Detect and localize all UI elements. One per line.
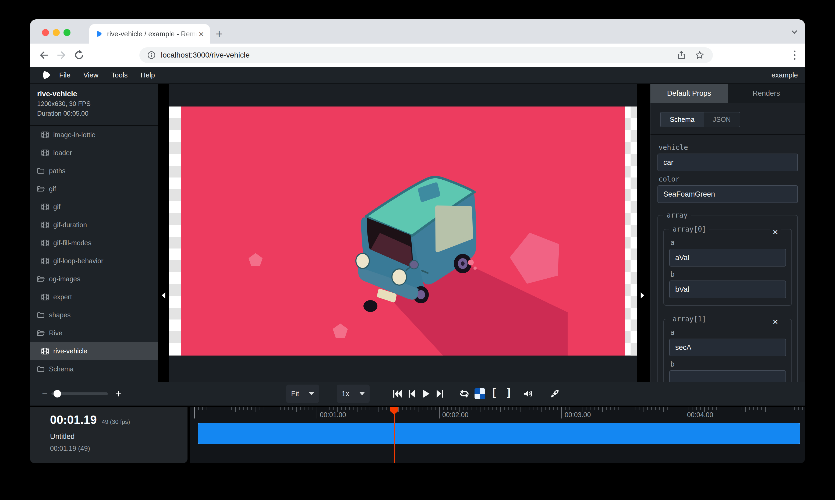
array-field-input[interactable] [669,249,786,267]
zoom-in-icon[interactable]: + [116,388,122,400]
ruler-tick [382,407,383,410]
ruler-tick [594,407,594,410]
sidebar-item-gif-loop-behavior[interactable]: gif-loop-behavior [30,252,158,270]
ruler-tick [627,407,627,410]
size-dropdown-value: Fit [291,390,309,398]
array-field-input[interactable] [669,339,786,356]
maximize-window-button[interactable] [63,29,70,36]
ruler-tick [406,407,407,410]
menu-item-tools[interactable]: Tools [111,71,128,79]
vehicle-input[interactable] [657,153,798,171]
chevron-down-icon [360,392,365,395]
site-info-icon[interactable] [147,50,156,60]
zoom-slider-knob[interactable] [54,390,61,398]
ruler-tick [598,407,599,410]
browser-tab[interactable]: rive-vehicle / example - Remot × [89,24,210,44]
tab-renders[interactable]: Renders [728,84,805,103]
sidebar-item-gif[interactable]: gif [30,198,158,216]
url-text[interactable]: localhost:3000/rive-vehicle [161,51,676,59]
menu-item-file[interactable]: File [59,71,70,79]
sidebar-item-gif-duration[interactable]: gif-duration [30,216,158,234]
ruler-tick [586,407,587,410]
collapse-props-panel-icon[interactable] [640,292,645,299]
playhead-line[interactable] [394,407,395,463]
array-field-input[interactable] [669,280,786,298]
size-dropdown[interactable]: Fit [286,384,319,403]
ruler-tick [292,407,293,410]
ruler-tick [651,407,652,410]
playhead-handle[interactable] [390,407,399,415]
forward-icon[interactable] [56,49,67,61]
ruler-tick [566,407,566,410]
back-icon[interactable] [38,49,50,61]
new-tab-button[interactable]: + [216,26,223,41]
sidebar-item-rive-vehicle[interactable]: rive-vehicle [30,342,158,360]
next-frame-button[interactable] [434,388,446,400]
loop-toggle-icon[interactable] [459,388,470,400]
url-bar[interactable]: localhost:3000/rive-vehicle [139,47,713,63]
remotion-logo-icon[interactable] [41,70,52,80]
close-window-button[interactable] [42,29,49,36]
play-button[interactable] [420,388,431,400]
ruler-tick [496,407,496,410]
volume-icon[interactable] [522,388,534,400]
sidebar-item-og-images[interactable]: og-images [30,270,158,288]
ruler-tick [692,407,692,410]
ruler-tick [468,407,468,410]
jump-to-start-button[interactable] [391,388,403,400]
sidebar-item-expert[interactable]: expert [30,288,158,306]
ruler-tick [321,407,321,410]
ruler-tick [770,407,770,410]
out-marker-button[interactable]: ] [507,386,510,398]
project-duration: Duration 00:05.00 [37,109,158,118]
menu-item-view[interactable]: View [83,71,99,79]
sidebar-item-shapes[interactable]: shapes [30,306,158,324]
ruler-tick [733,407,733,410]
collapse-sidebar-icon[interactable] [161,292,166,299]
remove-array-item-button[interactable]: × [770,317,781,326]
ruler-tick [215,407,215,412]
ruler-tick [725,407,725,412]
preview-canvas[interactable] [169,84,637,382]
sidebar-item-paths[interactable]: paths [30,162,158,180]
minimize-window-button[interactable] [53,29,60,36]
folder-open-icon [37,275,45,283]
color-input[interactable] [657,185,798,203]
sidebar-item-loader[interactable]: loader [30,144,158,162]
menu-item-help[interactable]: Help [141,71,155,79]
menu-items: FileViewToolsHelp [59,71,155,79]
speed-dropdown[interactable]: 1x [337,384,370,403]
zoom-slider[interactable] [52,392,108,395]
ruler-time-label: 00:01.00 [320,411,346,419]
sidebar-item-Rive[interactable]: Rive [30,324,158,342]
render-rocket-icon[interactable] [549,388,561,400]
previous-frame-button[interactable] [406,388,418,400]
bookmark-star-icon[interactable] [695,50,705,60]
in-marker-button[interactable]: [ [492,386,496,398]
ruler-tick [231,407,231,410]
ruler-tick [529,407,529,410]
toggle-json[interactable]: JSON [704,112,740,127]
ruler-tick [272,407,272,410]
sidebar-item-image-in-lottie[interactable]: image-in-lottie [30,126,158,144]
ruler-tick [676,407,676,410]
sidebar-item-gif-fill-modes[interactable]: gif-fill-modes [30,234,158,252]
tab-default-props[interactable]: Default Props [650,84,728,103]
tab-search-chevron-icon[interactable] [790,27,799,37]
ruler-tick [378,407,379,412]
transparency-toggle-icon[interactable] [474,388,485,399]
array-field-input[interactable] [669,370,786,382]
share-icon[interactable] [676,50,687,60]
tab-close-icon[interactable]: × [199,29,204,39]
sidebar-item-gif[interactable]: gif [30,180,158,198]
toggle-schema[interactable]: Schema [661,112,704,127]
ruler-tick [667,407,668,410]
timeline-track-bar[interactable] [198,423,800,444]
zoom-out-icon[interactable]: − [42,388,48,399]
sidebar-item-Schema[interactable]: Schema [30,360,158,378]
array-item-label: array[1] [669,315,709,323]
timeline-ruler[interactable]: 00:01.0000:02.0000:03.0000:04.00 [190,407,805,463]
reload-icon[interactable] [73,49,85,61]
browser-menu-icon[interactable] [792,48,797,62]
remove-array-item-button[interactable]: × [770,227,781,236]
